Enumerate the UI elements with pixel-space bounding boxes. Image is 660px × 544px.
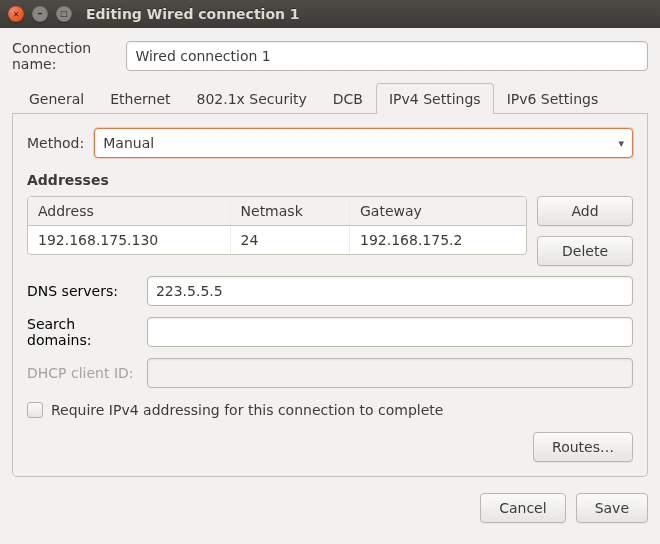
require-ipv4-label: Require IPv4 addressing for this connect… xyxy=(51,402,443,418)
dns-row: DNS servers: xyxy=(27,276,633,306)
col-address: Address xyxy=(28,197,230,226)
window-title: Editing Wired connection 1 xyxy=(86,6,300,22)
minimize-icon[interactable] xyxy=(32,6,48,22)
close-icon[interactable] xyxy=(8,6,24,22)
connection-name-label: Connection name: xyxy=(12,40,116,72)
dns-input[interactable] xyxy=(147,276,633,306)
tab-ipv4-settings[interactable]: IPv4 Settings xyxy=(376,83,494,114)
routes-row: Routes… xyxy=(27,432,633,462)
tab-ipv6-settings[interactable]: IPv6 Settings xyxy=(494,83,612,114)
dns-label: DNS servers: xyxy=(27,283,137,299)
tab-dcb[interactable]: DCB xyxy=(320,83,376,114)
tab-strip: General Ethernet 802.1x Security DCB IPv… xyxy=(12,82,648,114)
table-header-row: Address Netmask Gateway xyxy=(28,197,526,226)
dhcp-client-id-input xyxy=(147,358,633,388)
tab-8021x-security[interactable]: 802.1x Security xyxy=(184,83,320,114)
addresses-buttons: Add Delete xyxy=(537,196,633,266)
addresses-table[interactable]: Address Netmask Gateway 192.168.175.130 … xyxy=(27,196,527,255)
addresses-row: Address Netmask Gateway 192.168.175.130 … xyxy=(27,196,633,266)
method-value: Manual xyxy=(103,135,154,151)
cancel-button[interactable]: Cancel xyxy=(480,493,565,523)
window-body: Connection name: General Ethernet 802.1x… xyxy=(0,28,660,533)
cell-netmask: 24 xyxy=(230,226,349,255)
chevron-down-icon: ▾ xyxy=(618,137,624,150)
search-domains-row: Search domains: xyxy=(27,316,633,348)
dhcp-client-id-label: DHCP client ID: xyxy=(27,365,137,381)
search-domains-label: Search domains: xyxy=(27,316,137,348)
require-ipv4-checkbox[interactable] xyxy=(27,402,43,418)
tab-ethernet[interactable]: Ethernet xyxy=(97,83,183,114)
method-label: Method: xyxy=(27,135,84,151)
save-button[interactable]: Save xyxy=(576,493,648,523)
connection-name-row: Connection name: xyxy=(12,40,648,72)
maximize-icon[interactable] xyxy=(56,6,72,22)
col-netmask: Netmask xyxy=(230,197,349,226)
tab-general[interactable]: General xyxy=(16,83,97,114)
search-domains-input[interactable] xyxy=(147,317,633,347)
add-button[interactable]: Add xyxy=(537,196,633,226)
dhcp-client-id-row: DHCP client ID: xyxy=(27,358,633,388)
tab-panel-ipv4: Method: Manual ▾ Addresses Address Netma… xyxy=(12,114,648,477)
cell-gateway: 192.168.175.2 xyxy=(349,226,526,255)
require-ipv4-row[interactable]: Require IPv4 addressing for this connect… xyxy=(27,402,633,418)
connection-name-input[interactable] xyxy=(126,41,648,71)
method-dropdown[interactable]: Manual ▾ xyxy=(94,128,633,158)
dialog-buttons: Cancel Save xyxy=(12,493,648,523)
cell-address: 192.168.175.130 xyxy=(28,226,230,255)
table-row[interactable]: 192.168.175.130 24 192.168.175.2 xyxy=(28,226,526,255)
addresses-title: Addresses xyxy=(27,172,633,188)
title-bar: Editing Wired connection 1 xyxy=(0,0,660,28)
routes-button[interactable]: Routes… xyxy=(533,432,633,462)
col-gateway: Gateway xyxy=(349,197,526,226)
delete-button[interactable]: Delete xyxy=(537,236,633,266)
method-row: Method: Manual ▾ xyxy=(27,128,633,158)
